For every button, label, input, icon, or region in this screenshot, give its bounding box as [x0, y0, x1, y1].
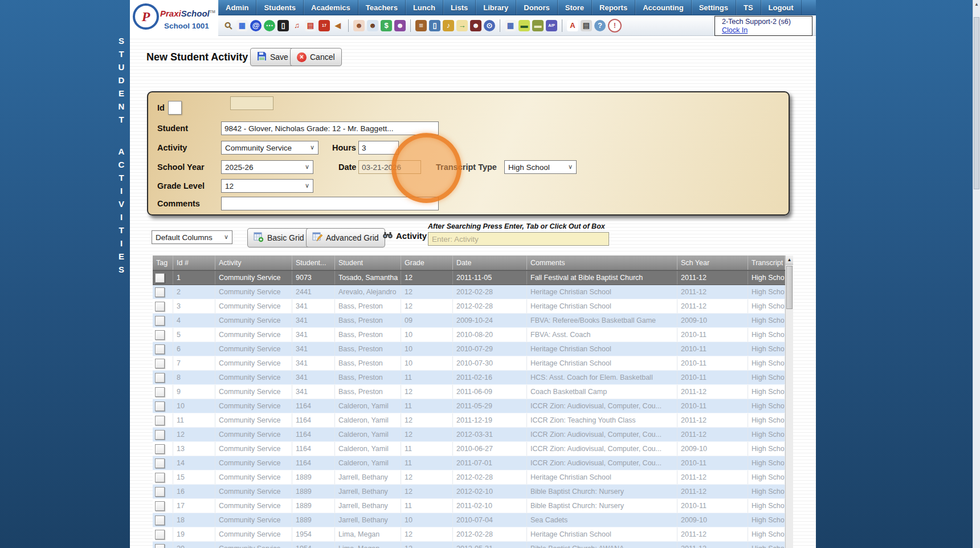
grid-header-comments[interactable]: Comments: [527, 255, 677, 270]
nav-item-students[interactable]: Students: [256, 0, 304, 15]
row-checkbox[interactable]: [155, 401, 165, 411]
table-row[interactable]: 20Community Service1954Lima, Megan122012…: [153, 542, 793, 548]
grid-header-student[interactable]: Student...: [292, 255, 335, 270]
grid-header-transcript[interactable]: Transcript: [748, 255, 785, 270]
row-checkbox[interactable]: [155, 344, 165, 354]
alert-icon[interactable]: !: [608, 19, 622, 33]
table-row[interactable]: 14Community Service1164Calderon, Yamil11…: [153, 456, 793, 470]
nav-item-accounting[interactable]: Accounting: [635, 0, 692, 15]
locker-icon[interactable]: ▯: [429, 20, 440, 31]
chat-icon[interactable]: ⋯: [264, 20, 275, 31]
table-row[interactable]: 18Community Service1889Jarrell, Bethany1…: [153, 513, 793, 527]
send-forms-icon[interactable]: →: [456, 20, 468, 31]
row-checkbox[interactable]: [155, 330, 165, 340]
printer-icon[interactable]: ▤: [581, 20, 592, 31]
row-checkbox[interactable]: [155, 458, 165, 468]
cancel-button[interactable]: × Cancel: [290, 48, 342, 66]
parent-icon[interactable]: ☻: [367, 20, 378, 31]
row-checkbox[interactable]: [155, 544, 165, 548]
grid-header-grade[interactable]: Grade: [401, 255, 453, 270]
table-row[interactable]: 13Community Service1164Calderon, Yamil11…: [153, 442, 793, 456]
row-checkbox[interactable]: [155, 302, 165, 311]
calendar-day-icon[interactable]: 17: [318, 20, 330, 31]
help-icon[interactable]: ?: [594, 20, 606, 31]
grid-header-tag[interactable]: Tag: [153, 255, 173, 270]
nav-item-academics[interactable]: Academics: [304, 0, 358, 15]
nav-item-donors[interactable]: Donors: [516, 0, 558, 15]
advanced-grid-button[interactable]: Advanced Grid: [306, 228, 385, 247]
megaphone-icon[interactable]: ◀: [332, 20, 344, 31]
nav-item-settings[interactable]: Settings: [692, 0, 736, 15]
save-button[interactable]: Save: [250, 48, 295, 66]
grid-header-student[interactable]: Student: [335, 255, 401, 270]
table-row[interactable]: 3Community Service341Bass, Preston122012…: [153, 299, 793, 314]
lunch-icon[interactable]: ≡: [415, 20, 427, 31]
grid-header-id[interactable]: Id #: [173, 255, 215, 270]
calculator-icon[interactable]: ▦: [505, 20, 516, 31]
row-checkbox[interactable]: [155, 316, 165, 326]
row-checkbox[interactable]: [155, 287, 165, 297]
table-row[interactable]: 11Community Service1164Calderon, Yamil12…: [153, 413, 793, 428]
mobile-icon[interactable]: ▯: [277, 20, 289, 31]
table-row[interactable]: 19Community Service1954Lima, Megan122012…: [153, 527, 793, 542]
nav-item-reports[interactable]: Reports: [592, 0, 635, 15]
comments-field[interactable]: [221, 197, 439, 210]
bell-icon[interactable]: ♪: [443, 20, 454, 31]
table-row[interactable]: 15Community Service1889Jarrell, Bethany1…: [153, 470, 793, 485]
row-checkbox[interactable]: [155, 444, 165, 454]
id-field[interactable]: [230, 96, 273, 110]
nav-item-lists[interactable]: Lists: [443, 0, 476, 15]
table-row[interactable]: 10Community Service1164Calderon, Yamil11…: [153, 399, 793, 413]
grid-scrollbar[interactable]: ▲: [785, 255, 793, 548]
id-checkbox[interactable]: [168, 101, 182, 115]
row-checkbox[interactable]: [155, 487, 165, 497]
family-icon[interactable]: ☻: [394, 20, 406, 31]
columns-select[interactable]: Default Columns: [152, 230, 232, 244]
table-row[interactable]: 1Community Service9073Tosado, Samantha12…: [153, 270, 793, 285]
row-checkbox[interactable]: [155, 430, 165, 440]
row-checkbox[interactable]: [155, 416, 165, 425]
row-checkbox[interactable]: [155, 387, 165, 397]
page-scrollbar[interactable]: ▲: [973, 0, 980, 548]
row-checkbox[interactable]: [155, 373, 165, 383]
table-row[interactable]: 9Community Service341Bass, Preston122011…: [153, 385, 793, 399]
search-icon[interactable]: ⚲: [220, 17, 236, 33]
basic-grid-button[interactable]: Basic Grid: [247, 228, 311, 247]
calendar-grid-icon[interactable]: ▦: [236, 20, 248, 31]
row-checkbox[interactable]: [155, 530, 165, 539]
grid-header-activity[interactable]: Activity: [215, 255, 292, 270]
email-icon[interactable]: @: [250, 20, 262, 31]
time-clock-icon[interactable]: ⊙: [484, 20, 495, 31]
student-field[interactable]: [221, 121, 439, 135]
nav-item-teachers[interactable]: Teachers: [358, 0, 406, 15]
grid-scrollbar-thumb[interactable]: [786, 266, 793, 309]
row-checkbox[interactable]: [155, 473, 165, 482]
page-scroll-up-icon[interactable]: ▲: [973, 0, 980, 8]
date-field[interactable]: [358, 160, 421, 174]
grid-header-sch-year[interactable]: Sch Year: [677, 255, 748, 270]
nav-item-lunch[interactable]: Lunch: [406, 0, 443, 15]
nav-item-logout[interactable]: Logout: [761, 0, 802, 15]
table-row[interactable]: 7Community Service341Bass, Preston102010…: [153, 356, 793, 371]
table-row[interactable]: 16Community Service1889Jarrell, Bethany1…: [153, 485, 793, 499]
activity-select[interactable]: Community Service: [221, 141, 318, 155]
nav-item-store[interactable]: Store: [558, 0, 592, 15]
nav-item-admin[interactable]: Admin: [218, 0, 256, 15]
add-student-icon[interactable]: ☻: [353, 20, 365, 31]
payment-card-icon[interactable]: ▬: [518, 20, 530, 31]
scroll-up-icon[interactable]: ▲: [786, 255, 793, 265]
table-row[interactable]: 2Community Service2441Arevalo, Alejandro…: [153, 285, 793, 299]
row-checkbox[interactable]: [155, 273, 165, 283]
row-checkbox[interactable]: [155, 515, 165, 525]
school-year-select[interactable]: 2025-26: [221, 160, 313, 174]
row-checkbox[interactable]: [155, 501, 165, 511]
page-scrollbar-thumb[interactable]: [974, 17, 979, 189]
speaker-icon[interactable]: ♫: [291, 20, 303, 31]
staff-icon[interactable]: ☻: [470, 20, 481, 31]
transcript-type-select[interactable]: High School: [504, 160, 577, 174]
pdf-icon[interactable]: A: [567, 20, 578, 31]
activity-search-input[interactable]: [428, 232, 609, 246]
schedule-icon[interactable]: ▤: [305, 20, 316, 31]
table-row[interactable]: 12Community Service1164Calderon, Yamil12…: [153, 428, 793, 442]
nav-item-ts[interactable]: TS: [736, 0, 761, 15]
